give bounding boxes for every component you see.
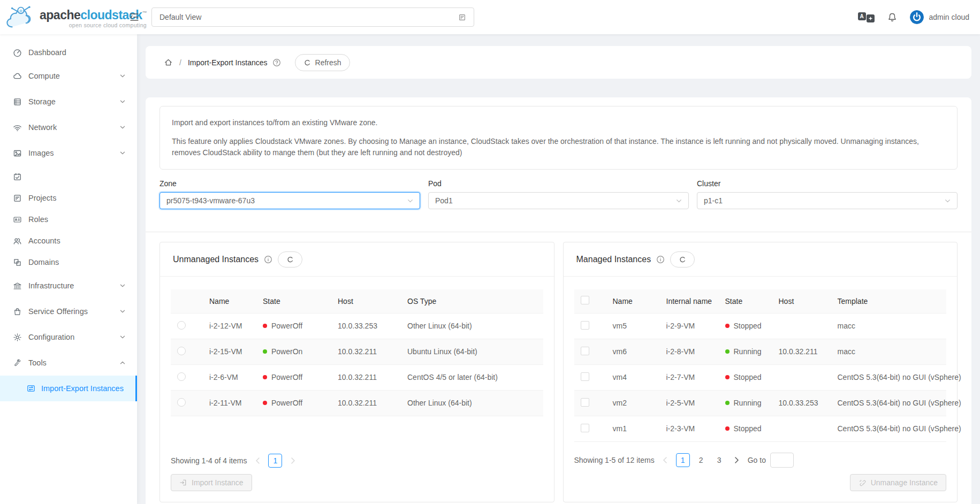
- app-header: apachecloudstack™ open source cloud comp…: [0, 0, 980, 34]
- table-row[interactable]: i-2-15-VM PowerOn 10.0.32.211 Ubuntu Lin…: [171, 339, 543, 364]
- unmanaged-pagination: Showing 1-4 of 4 items 1: [171, 443, 543, 468]
- table-row[interactable]: vm5 i-2-9-VM Stopped macc: [574, 313, 947, 339]
- row-checkbox[interactable]: [581, 321, 589, 330]
- status-dot: [263, 324, 267, 328]
- sidebar-item-compute[interactable]: Compute: [0, 63, 137, 89]
- cluster-label: Cluster: [697, 179, 958, 188]
- page-1-button[interactable]: 1: [676, 453, 690, 467]
- translate-icon[interactable]: A: [858, 12, 875, 22]
- project-icon: [458, 13, 466, 21]
- table-row[interactable]: vm1 i-2-3-VM Stopped CentOS 5.3(64-bit) …: [574, 416, 947, 441]
- picture-icon: [13, 149, 22, 158]
- table-row[interactable]: vm4 i-2-7-VM Stopped CentOS 5.3(64-bit) …: [574, 364, 947, 390]
- wrench-icon: [13, 358, 22, 368]
- wifi-icon: [13, 123, 22, 132]
- notifications-bell-icon[interactable]: [887, 12, 897, 22]
- managed-instances-panel: Managed Instances Name Internal nam: [563, 242, 958, 502]
- row-checkbox[interactable]: [581, 347, 589, 355]
- disconnect-icon: [859, 479, 866, 486]
- prev-page-button[interactable]: [251, 454, 264, 467]
- unmanaged-instances-panel: Unmanaged Instances Name State: [159, 242, 554, 502]
- next-page-button[interactable]: [286, 454, 299, 467]
- sidebar-item-projects[interactable]: Projects: [0, 187, 137, 209]
- select-all-checkbox[interactable]: [581, 296, 589, 304]
- chevron-down-icon: [945, 198, 951, 203]
- row-checkbox[interactable]: [581, 424, 589, 432]
- breadcrumb-bar: / Import-Export Instances Refresh: [146, 46, 971, 79]
- sidebar-item-network[interactable]: Network: [0, 114, 137, 140]
- pod-value: Pod1: [435, 196, 453, 205]
- page-title: Import-Export Instances: [188, 58, 268, 67]
- cluster-select[interactable]: p1-c1: [697, 192, 958, 209]
- page-content: / Import-Export Instances Refresh Import…: [137, 34, 980, 504]
- row-radio[interactable]: [177, 398, 186, 407]
- info-icon[interactable]: [656, 255, 665, 264]
- chevron-down-icon: [120, 309, 125, 314]
- sidebar-collapse-icon[interactable]: [129, 12, 140, 22]
- sidebar-item-dashboard[interactable]: Dashboard: [0, 42, 137, 63]
- table-row[interactable]: i-2-11-VM PowerOff 10.0.32.211 Other Lin…: [171, 390, 543, 416]
- sidebar-item-import-export-instances[interactable]: Import-Export Instances: [0, 376, 137, 401]
- col-name: Name: [606, 289, 660, 313]
- user-menu[interactable]: admin cloud: [910, 10, 970, 24]
- home-icon[interactable]: [164, 58, 173, 67]
- table-row[interactable]: vm6 i-2-8-VM Running 10.0.32.211 macc: [574, 339, 947, 364]
- unmanaged-refresh-button[interactable]: [278, 251, 302, 268]
- unmanaged-instances-table: Name State Host OS Type i-2-12-VM PowerO…: [171, 289, 543, 416]
- storage-icon: [13, 97, 22, 106]
- zone-select[interactable]: pr5075-t943-vmware-67u3: [159, 192, 420, 209]
- sidebar-item-events[interactable]: [0, 166, 137, 187]
- breadcrumb-separator: /: [179, 58, 181, 67]
- sidebar-item-configuration[interactable]: Configuration: [0, 324, 137, 350]
- sidebar-item-service-offerings[interactable]: Service Offerings: [0, 299, 137, 324]
- managed-refresh-button[interactable]: [670, 251, 695, 268]
- project-view-select[interactable]: Default View: [151, 7, 474, 27]
- chevron-down-icon: [120, 284, 125, 288]
- col-host: Host: [331, 289, 401, 313]
- pod-label: Pod: [428, 179, 689, 188]
- page-3-button[interactable]: 3: [712, 453, 726, 467]
- refresh-button[interactable]: Refresh: [295, 54, 350, 71]
- sidebar-item-tools[interactable]: Tools: [0, 350, 137, 376]
- chevron-up-icon: [120, 361, 125, 365]
- unmanage-instance-button[interactable]: Unmanage Instance: [850, 474, 946, 491]
- sidebar-item-domains[interactable]: Domains: [0, 251, 137, 273]
- goto-page-input[interactable]: [770, 453, 794, 468]
- sidebar-item-roles[interactable]: Roles: [0, 209, 137, 230]
- pod-select[interactable]: Pod1: [428, 192, 689, 209]
- info-icon[interactable]: [264, 255, 272, 264]
- table-row[interactable]: vm2 i-2-5-VM Running 10.0.33.253 CentOS …: [574, 390, 947, 416]
- refresh-icon: [286, 256, 294, 263]
- table-row[interactable]: i-2-12-VM PowerOff 10.0.33.253 Other Lin…: [171, 313, 543, 339]
- sidebar-item-accounts[interactable]: Accounts: [0, 230, 137, 251]
- status-dot: [725, 349, 730, 354]
- block-icon: [13, 258, 22, 267]
- col-internal-name: Internal name: [660, 289, 719, 313]
- import-export-icon: [27, 384, 35, 393]
- row-checkbox[interactable]: [581, 398, 589, 407]
- col-state: State: [719, 289, 772, 313]
- sidebar-item-storage[interactable]: Storage: [0, 89, 137, 114]
- import-instance-button[interactable]: Import Instance: [171, 474, 252, 491]
- sidebar-item-images[interactable]: Images: [0, 140, 137, 166]
- row-radio[interactable]: [177, 372, 186, 381]
- chevron-down-icon: [120, 74, 125, 78]
- page-2-button[interactable]: 2: [694, 453, 708, 467]
- status-dot: [725, 324, 730, 328]
- row-radio[interactable]: [177, 321, 186, 330]
- gear-icon: [13, 333, 22, 342]
- cluster-value: p1-c1: [704, 196, 723, 205]
- row-checkbox[interactable]: [581, 372, 589, 381]
- pagination-summary: Showing 1-5 of 12 items: [574, 456, 655, 464]
- prev-page-button[interactable]: [659, 454, 672, 467]
- status-dot: [725, 401, 730, 405]
- help-question-icon[interactable]: [272, 58, 281, 67]
- table-row[interactable]: i-2-6-VM PowerOff 10.0.32.211 CentOS 4/5…: [171, 364, 543, 390]
- row-radio[interactable]: [177, 347, 186, 355]
- avatar: [910, 10, 924, 24]
- sidebar-item-infrastructure[interactable]: Infrastructure: [0, 273, 137, 299]
- managed-instances-table: Name Internal name State Host Template v…: [574, 289, 947, 442]
- page-1-button[interactable]: 1: [268, 454, 282, 468]
- col-state: State: [256, 289, 331, 313]
- next-page-button[interactable]: [731, 454, 743, 467]
